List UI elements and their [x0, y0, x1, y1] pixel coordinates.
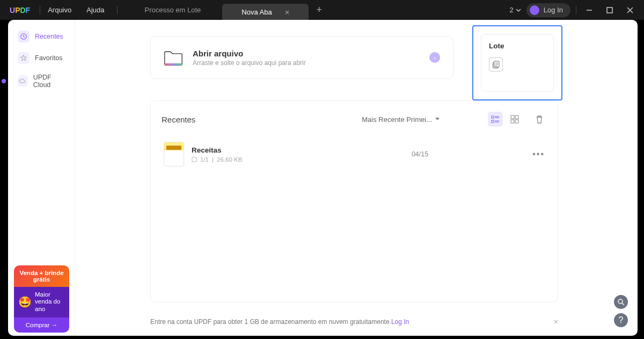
- promo-headline: Venda + brinde grátis: [14, 265, 69, 287]
- content-area: Abrir arquivo Arraste e solte o arquivo …: [75, 20, 638, 336]
- svg-rect-11: [192, 157, 196, 162]
- close-button[interactable]: [623, 3, 638, 18]
- file-thumbnail: [164, 142, 184, 167]
- sidebar-label: Recentes: [35, 33, 63, 40]
- sidebar-item-cloud[interactable]: UPDF Cloud: [13, 70, 69, 92]
- delete-button[interactable]: [532, 112, 547, 127]
- svg-rect-6: [492, 120, 494, 122]
- promo-buy-button[interactable]: Comprar →: [14, 318, 69, 333]
- help-button[interactable]: ?: [614, 313, 628, 327]
- banner-text: Entre na conta UPDF para obter 1 GB de a…: [150, 318, 391, 326]
- svg-rect-9: [511, 120, 514, 123]
- sidebar-item-favorites[interactable]: Favoritos: [13, 49, 69, 67]
- chevron-down-icon: [516, 8, 521, 13]
- title-bar: UPDF Arquivo Ajuda Processo em Lote Nova…: [0, 0, 644, 20]
- file-name: Receitas: [192, 146, 363, 154]
- promo-card[interactable]: Venda + brinde grátis 🤩 Maior venda do a…: [14, 265, 69, 333]
- sort-dropdown[interactable]: Mais Recente Primei...: [362, 116, 440, 124]
- cloud-icon: [18, 75, 28, 87]
- grid-view-button[interactable]: [507, 112, 522, 127]
- minimize-button[interactable]: [582, 3, 597, 18]
- promo-body: 🤩 Maior venda do ano: [14, 287, 69, 318]
- file-row[interactable]: Receitas 1/1 | 26.60 KB 04/15 •••: [162, 138, 547, 171]
- banner-login-link[interactable]: Log In: [391, 318, 409, 326]
- tab-label: Nova Aba: [241, 8, 272, 16]
- page-icon: [192, 157, 197, 162]
- svg-rect-0: [607, 8, 612, 13]
- recents-panel: Recentes Mais Recente Primei... Receitas: [150, 100, 558, 302]
- file-date: 04/15: [412, 150, 428, 158]
- lote-title: Lote: [489, 42, 546, 50]
- folder-icon: [164, 48, 183, 67]
- chevron-right-icon: ›: [429, 52, 440, 63]
- more-icon[interactable]: •••: [532, 149, 545, 159]
- sidebar-label: UPDF Cloud: [33, 74, 65, 89]
- svg-rect-7: [511, 116, 514, 119]
- recents-title: Recentes: [162, 115, 195, 124]
- tab-new[interactable]: Nova Aba ×: [222, 4, 309, 20]
- login-button[interactable]: Log In: [526, 3, 570, 17]
- svg-rect-5: [492, 116, 494, 118]
- sidebar-item-recent[interactable]: Recentes: [13, 27, 69, 46]
- divider: [576, 6, 576, 15]
- star-icon: [18, 52, 30, 64]
- tab-batch[interactable]: Processo em Lote: [123, 6, 222, 14]
- emoji-icon: 🤩: [18, 295, 32, 308]
- open-file-card[interactable]: Abrir arquivo Arraste e solte o arquivo …: [150, 36, 453, 79]
- maximize-button[interactable]: [602, 3, 617, 18]
- recents-header: Recentes Mais Recente Primei...: [162, 112, 547, 127]
- avatar-icon: [530, 5, 539, 15]
- merge-icon[interactable]: [489, 57, 503, 71]
- svg-rect-8: [515, 116, 518, 119]
- caret-down-icon: [435, 118, 440, 121]
- open-title: Abrir arquivo: [193, 49, 306, 58]
- lote-card[interactable]: Lote: [481, 34, 554, 92]
- list-view-button[interactable]: [488, 112, 503, 127]
- app-logo: UPDF: [0, 6, 40, 15]
- sidebar-label: Favoritos: [35, 54, 62, 62]
- menu-help[interactable]: Ajuda: [79, 6, 112, 14]
- add-tab-button[interactable]: +: [309, 4, 330, 16]
- lote-highlight: Lote: [472, 25, 562, 100]
- zoom-button[interactable]: [614, 295, 628, 309]
- cloud-banner: Entre na conta UPDF para obter 1 GB de a…: [150, 314, 558, 329]
- svg-point-12: [618, 299, 623, 304]
- banner-close-icon[interactable]: ×: [554, 318, 558, 326]
- menu-file[interactable]: Arquivo: [40, 6, 79, 14]
- app-window: Recentes Favoritos UPDF Cloud Abrir arqu…: [8, 20, 638, 336]
- divider: [117, 6, 118, 15]
- open-subtitle: Arraste e solte o arquivo aqui para abri…: [193, 59, 306, 67]
- svg-rect-10: [515, 120, 518, 123]
- file-meta: 1/1 | 26.60 KB: [192, 156, 363, 163]
- svg-rect-2: [165, 63, 182, 66]
- close-tab-icon[interactable]: ×: [285, 8, 290, 17]
- clock-icon: [18, 31, 30, 42]
- counter[interactable]: 2: [510, 6, 521, 14]
